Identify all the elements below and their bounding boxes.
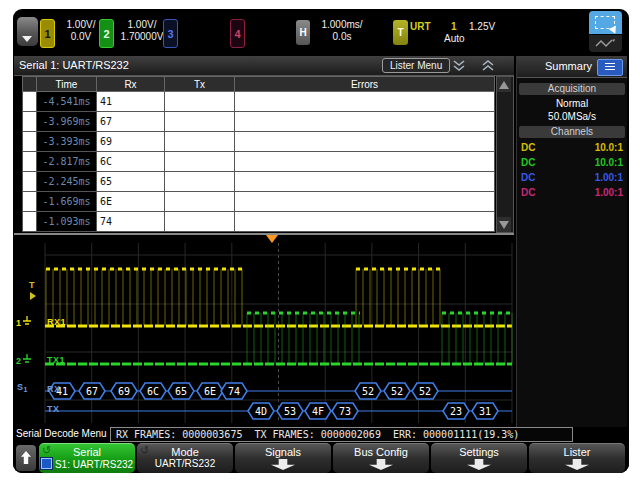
channel-1-badge[interactable]: 1 [40,19,55,48]
menu-back-button[interactable] [16,445,36,471]
lister-scrollbar[interactable] [496,76,514,233]
arrow-down-icon [499,221,509,229]
tx1-label: TX1 [47,355,65,365]
serial-sub-label: 1 [24,386,28,393]
softkey-signals[interactable]: Signals [235,443,331,473]
rx1-label: RX1 [47,317,66,327]
col-tx: Tx [165,77,235,92]
probe-ch2: 10.0:1 [595,157,623,168]
svg-text:69: 69 [118,386,130,397]
lister-title: Serial 1: UART/RS232 [19,59,129,71]
table-row[interactable]: -1.093ms74 [23,212,495,232]
scroll-up-button[interactable] [497,77,511,92]
summary-sidebar: Summary Acquisition Normal 50.0MSa/s Cha… [516,56,627,427]
chevron-down-icon [22,36,32,42]
waveform-gen-button[interactable] [589,35,622,52]
trigger-button[interactable]: T [393,20,408,45]
coupling-ch2: DC [521,157,535,168]
channel-summary-row: DC 10.0:1 [521,157,623,171]
channel-1-ground-marker[interactable]: 1 [16,316,33,328]
scope-screen: 1 1.00V/ 0.0V 2 1.00V/ 1.70000V 3 4 H 1.… [13,9,629,473]
channel-4-badge[interactable]: 4 [230,19,245,48]
probe-ch3: 1.00:1 [595,172,623,183]
cursor-arrow-icon [609,23,620,33]
channel-summary-row: DC 1.00:1 [521,187,623,201]
mode-softkey-value: UART/RS232 [137,458,233,470]
table-row[interactable]: -4.541ms41 [23,92,495,112]
arrow-up-icon [21,451,31,464]
list-icon [605,63,615,71]
lister-header: Serial 1: UART/RS232 Lister Menu [14,56,514,76]
svg-text:74: 74 [228,386,240,397]
zoom-select-button[interactable] [589,11,622,34]
table-row[interactable]: -2.817ms6C [23,152,495,172]
svg-text:67: 67 [86,386,98,397]
arrow-down-icon [565,459,589,470]
lister-table: Time Rx Tx Errors -4.541ms41 -3.969ms67 … [22,76,495,232]
softkey-bus-config[interactable]: Bus Config [333,443,429,473]
frame-counters: RX FRAMES: 0000003675 TX FRAMES: 0000002… [110,427,573,442]
acquisition-section-header: Acquisition [519,83,625,95]
arrow-down-icon [271,459,295,470]
menu-title: Serial Decode Menu [16,428,107,439]
waveform-plot: 4167696C656E745252524D534F732331 [14,235,514,427]
col-select [23,77,37,92]
table-row[interactable]: -3.969ms67 [23,112,495,132]
table-row[interactable]: -3.393ms69 [23,132,495,152]
softkey-serial[interactable]: ↺ Serial S1: UART/RS232 [39,443,135,473]
summary-tab-label: Summary [545,60,592,72]
svg-text:23: 23 [450,406,462,417]
channel-2-badge[interactable]: 2 [99,19,114,48]
horizontal-button[interactable]: H [296,20,310,45]
collapse-down-icon[interactable] [451,59,467,72]
trigger-level-label: T [29,280,35,290]
arrow-up-icon [499,81,509,89]
svg-text:53: 53 [284,406,296,417]
tab-summary[interactable]: Summary [517,56,627,78]
svg-text:4D: 4D [255,406,267,417]
ground-icon [22,316,33,328]
softkey-mode[interactable]: ↺ Mode UART/RS232 [137,443,233,473]
channels-section-header: Channels [519,126,625,138]
status-bar: Serial Decode Menu RX FRAMES: 0000003675… [13,427,629,442]
scroll-down-button[interactable] [497,217,511,232]
svg-text:52: 52 [419,386,431,397]
serial-bus-marker[interactable]: S1 [17,382,28,393]
lister-menu-button[interactable]: Lister Menu [382,58,450,73]
lister-softkey-label: Lister [529,446,625,458]
mode-softkey-label: Mode [137,446,233,458]
probe-ch4: 1.00:1 [595,187,623,198]
main-menu-button[interactable] [17,17,38,46]
ground-icon [22,354,33,366]
summary-menu-button[interactable] [597,59,623,76]
trigger-mode: Auto [444,33,520,45]
softkey-lister[interactable]: Lister [529,443,625,473]
coupling-ch4: DC [521,187,535,198]
trigger-readout: URT 1 1.25V Auto [410,19,520,45]
table-row[interactable]: -2.245ms65 [23,172,495,192]
timebase-value: 1.000ms/ [312,19,372,31]
trigger-level-marker[interactable] [30,292,36,300]
checkbox-icon[interactable] [41,458,52,469]
expand-up-icon[interactable] [480,59,496,72]
waveform-display: 4167696C656E745252524D534F732331 T 1 RX1… [14,235,514,427]
svg-text:52: 52 [391,386,403,397]
channel-3-badge[interactable]: 3 [163,19,178,48]
trigger-type: URT [410,21,431,32]
serial-softkey-value: S1: UART/RS232 [55,459,133,470]
col-rx: Rx [97,77,165,92]
settings-softkey-label: Settings [431,446,527,458]
table-row[interactable]: -1.669ms6E [23,192,495,212]
svg-text:6E: 6E [204,386,216,397]
col-errors: Errors [235,77,495,92]
svg-text:52: 52 [362,386,374,397]
channel-2-ground-marker[interactable]: 2 [16,354,33,366]
arrow-down-icon [467,459,491,470]
trigger-time-marker[interactable] [266,235,278,243]
softkey-settings[interactable]: Settings [431,443,527,473]
coupling-ch1: DC [521,142,535,153]
probe-ch1: 10.0:1 [595,142,623,153]
oscilloscope-screenshot: 1 1.00V/ 0.0V 2 1.00V/ 1.70000V 3 4 H 1.… [0,0,640,480]
svg-text:73: 73 [339,406,351,417]
bus-config-softkey-label: Bus Config [333,446,429,458]
